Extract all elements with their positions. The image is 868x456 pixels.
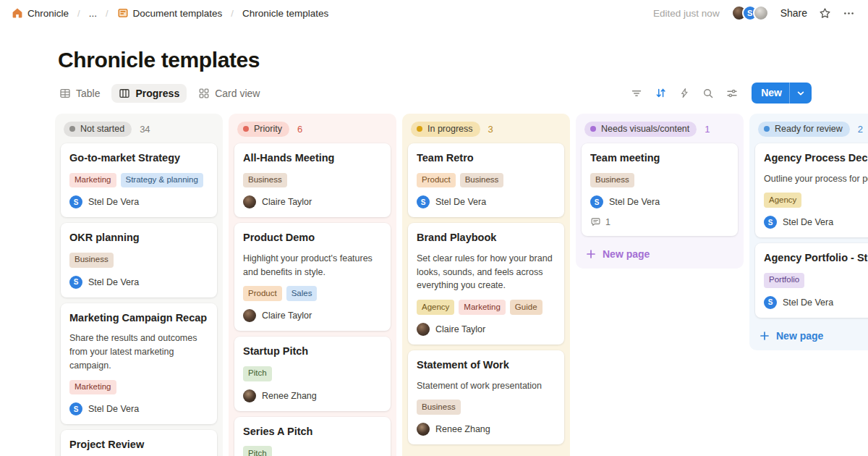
breadcrumb-item-chronicle-templates[interactable]: Chronicle templates — [239, 7, 331, 20]
board-card[interactable]: Marketing Campaign RecapShare the result… — [61, 303, 217, 425]
status-badge[interactable]: In progress — [411, 122, 480, 137]
avatar — [243, 195, 256, 208]
assignee-name: Stel De Vera — [435, 197, 486, 207]
card-description: Share the results and outcomes from your… — [69, 332, 208, 372]
assignee-name: Claire Taylor — [435, 324, 485, 334]
card-assignee: Claire Taylor — [243, 195, 382, 208]
board-card[interactable]: Agency Portfolio - StudioPortfolioSStel … — [755, 243, 868, 317]
card-title: Startup Pitch — [243, 345, 382, 359]
new-button[interactable]: New — [752, 83, 812, 104]
card-title: Statement of Work — [417, 358, 556, 373]
board-card[interactable]: Startup PitchPitchRenee Zhang — [234, 337, 391, 410]
card-title: Series A Pitch — [243, 425, 382, 439]
board-card[interactable]: Agency Process DeckOutline your process … — [755, 143, 868, 237]
search-icon[interactable] — [702, 88, 714, 99]
breadcrumb-separator: / — [231, 8, 234, 19]
column-header: Not started34 — [61, 119, 217, 143]
status-dot-icon — [764, 126, 770, 132]
chevron-down-icon[interactable] — [789, 83, 812, 104]
board-icon — [119, 88, 130, 99]
tab-card-view[interactable]: Card view — [191, 84, 267, 103]
board-card[interactable]: Statement of WorkStatement of work prese… — [408, 350, 564, 444]
tag-chip: Pitch — [243, 446, 272, 456]
board-card[interactable]: Brand PlaybookSet clear rules for how yo… — [408, 223, 564, 345]
card-title: Go-to-market Strategy — [69, 151, 208, 166]
card-description: Highlight your product's features and be… — [243, 252, 382, 279]
new-page-label: New page — [603, 248, 650, 260]
view-tabs: TableProgressCard view — [52, 84, 267, 103]
filter-icon[interactable] — [631, 88, 642, 99]
new-page-button[interactable]: New page — [408, 450, 564, 456]
tag-chip: Marketing — [69, 380, 116, 395]
breadcrumb-item-workspace[interactable]: Chronicle — [9, 6, 72, 20]
board-card[interactable]: Series A PitchPitchRenee Zhang — [234, 417, 391, 456]
board-card[interactable]: All-Hands MeetingBusinessClaire Taylor — [234, 143, 391, 217]
board-card[interactable]: Team meetingBusinessSStel De Vera1 — [582, 143, 738, 236]
board-card[interactable]: Project ReviewBusinessProductSStel De Ve… — [61, 430, 217, 456]
card-assignee: SStel De Vera — [764, 296, 868, 309]
collaborator-avatars[interactable]: S — [731, 5, 769, 21]
tag-chip: Business — [417, 400, 461, 415]
sliders-icon[interactable] — [726, 88, 738, 99]
tab-progress[interactable]: Progress — [111, 84, 187, 103]
board-column-priority: Priority6All-Hands MeetingBusinessClaire… — [229, 114, 396, 456]
card-tags: Pitch — [243, 366, 382, 381]
breadcrumb: Chronicle / ... / Document templates / C… — [9, 6, 331, 20]
tag-chip: Agency — [764, 193, 801, 208]
share-button[interactable]: Share — [780, 7, 807, 19]
tag-chip: Agency — [417, 300, 454, 315]
status-badge[interactable]: Not started — [64, 122, 132, 137]
page-title[interactable]: Chronicle templates — [58, 48, 868, 72]
status-badge[interactable]: Needs visuals/content — [584, 122, 697, 137]
board-card[interactable]: OKR planningBusinessSStel De Vera — [61, 223, 217, 297]
card-tags: AgencyMarketingGuide — [417, 300, 556, 315]
breadcrumb-label: ... — [89, 8, 97, 19]
avatar — [243, 389, 256, 402]
views-toolbar: TableProgressCard view New — [52, 83, 812, 104]
breadcrumb-label: Chronicle — [27, 8, 69, 19]
status-label: In progress — [427, 124, 473, 134]
card-assignee: SStel De Vera — [69, 402, 208, 415]
breadcrumb-item-document-templates[interactable]: Document templates — [114, 6, 226, 20]
tag-chip: Business — [460, 173, 504, 188]
tag-chip: Business — [243, 173, 287, 188]
column-count: 3 — [488, 124, 493, 135]
avatar — [417, 323, 430, 336]
avatar — [243, 309, 256, 322]
tab-label: Progress — [135, 88, 179, 99]
breadcrumb-label: Document templates — [133, 8, 223, 19]
board-card[interactable]: Product DemoHighlight your product's fea… — [234, 223, 391, 331]
status-badge[interactable]: Ready for review — [758, 122, 850, 137]
card-tags: MarketingStrategy & planning — [69, 173, 208, 188]
status-dot-icon — [243, 126, 249, 132]
sort-icon[interactable] — [655, 87, 667, 99]
card-title: Marketing Campaign Recap — [69, 311, 208, 326]
column-header: In progress3 — [408, 119, 564, 143]
board-card[interactable]: Go-to-market StrategyMarketingStrategy &… — [61, 143, 217, 217]
status-dot-icon — [590, 126, 596, 132]
tag-chip: Marketing — [69, 173, 116, 188]
breadcrumb-item-ellipsis[interactable]: ... — [86, 7, 100, 20]
new-page-button[interactable]: New page — [582, 242, 738, 263]
template-icon — [117, 7, 129, 19]
assignee-name: Stel De Vera — [783, 297, 833, 308]
board-card[interactable]: Team RetroProductBusinessSStel De Vera — [408, 143, 564, 217]
bolt-icon[interactable] — [679, 88, 690, 98]
card-assignee: Claire Taylor — [417, 323, 556, 336]
tab-table[interactable]: Table — [52, 84, 107, 103]
column-header: Priority6 — [234, 119, 391, 143]
assignee-name: Renee Zhang — [435, 424, 490, 434]
board-column-not-started: Not started34Go-to-market StrategyMarket… — [55, 114, 223, 456]
card-tags: ProductBusiness — [417, 173, 556, 188]
favorite-star-icon[interactable] — [819, 7, 831, 20]
status-badge[interactable]: Priority — [237, 122, 289, 137]
more-options-icon[interactable] — [843, 7, 855, 20]
card-assignee: SStel De Vera — [764, 216, 868, 229]
assignee-name: Stel De Vera — [88, 277, 139, 287]
top-bar: Chronicle / ... / Document templates / C… — [0, 0, 868, 26]
card-title: Product Demo — [243, 231, 382, 245]
board-column-ready-for-review: Ready for review2Agency Process DeckOutl… — [749, 114, 868, 350]
new-page-button[interactable]: New page — [755, 324, 868, 345]
table-icon — [59, 88, 71, 99]
assignee-name: Renee Zhang — [262, 391, 317, 401]
